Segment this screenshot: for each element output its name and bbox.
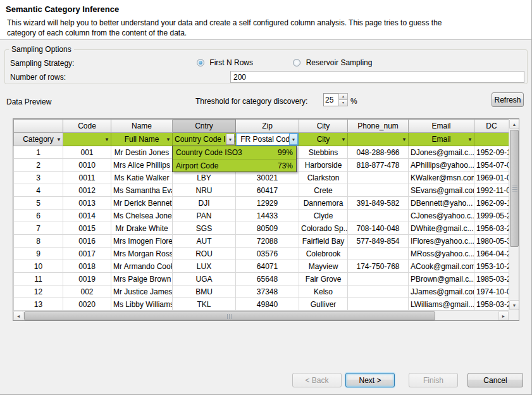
row-number-cell[interactable]: 11 xyxy=(14,273,63,285)
cell-city[interactable]: Harborside xyxy=(299,159,348,172)
column-header-email[interactable]: Email xyxy=(409,120,474,133)
cell-dob[interactable]: 1992-11-05 xyxy=(474,184,509,197)
cell-dob[interactable]: 1954-07-02 xyxy=(474,159,509,172)
row-number-cell[interactable]: 8 xyxy=(14,235,63,248)
cell-email[interactable]: DJones@gmail.c... xyxy=(409,146,474,159)
combo-dropdown-icon[interactable]: ▼ xyxy=(226,134,235,145)
scroll-left-icon[interactable]: ◄ xyxy=(13,311,23,321)
cell-email[interactable]: PBrown@gmail.c... xyxy=(409,273,474,285)
cell-code[interactable]: 0014 xyxy=(63,210,111,222)
horizontal-scrollbar[interactable]: ◄ ► xyxy=(13,310,509,320)
cell-dob[interactable]: 1964-04-25 xyxy=(474,248,509,260)
category-select-city[interactable]: City ▼ xyxy=(299,133,348,146)
cell-dob[interactable]: 1974-10-05 xyxy=(474,285,509,298)
cell-city[interactable]: Kelso xyxy=(299,285,348,298)
refresh-button[interactable]: Refresh xyxy=(492,92,524,107)
cell-phone[interactable] xyxy=(348,184,409,197)
cell-city[interactable]: Gulliver xyxy=(299,298,348,311)
row-number-cell[interactable]: 9 xyxy=(14,248,63,260)
cell-city[interactable]: Crete xyxy=(299,184,348,197)
cell-email[interactable]: APhillips@yahoo... xyxy=(409,159,474,172)
category-row-label-cell[interactable]: Category ▼ xyxy=(14,133,63,146)
cell-code[interactable]: 0017 xyxy=(63,248,111,260)
spinner-down-button[interactable]: ▼ xyxy=(338,100,348,106)
finish-button[interactable]: Finish xyxy=(409,373,458,387)
category-select-phone[interactable]: ▼ xyxy=(348,133,409,146)
cell-zip[interactable]: 30021 xyxy=(236,172,299,184)
cell-email[interactable]: IFlores@yahoo.c... xyxy=(409,235,474,248)
cell-dob[interactable]: 1953-10-20 xyxy=(474,260,509,273)
cell-city[interactable]: Clarkston xyxy=(299,172,348,184)
scroll-right-icon[interactable]: ► xyxy=(498,311,509,321)
cell-zip[interactable]: 80509 xyxy=(236,222,299,235)
cell-cntry[interactable]: PAN xyxy=(173,210,236,222)
cell-phone[interactable] xyxy=(348,172,409,184)
radio-first-n-rows[interactable]: First N Rows xyxy=(197,58,253,67)
cell-name[interactable]: Mrs Imogen Flores xyxy=(111,235,173,248)
cell-name[interactable]: Ms Chelsea Jones xyxy=(111,210,173,222)
combo-dropdown-icon[interactable]: ▼ xyxy=(289,134,298,145)
column-header-dob[interactable]: DC xyxy=(474,120,509,133)
row-number-cell[interactable]: 13 xyxy=(14,298,63,311)
cell-city[interactable]: Fair Grove xyxy=(299,273,348,285)
cancel-button[interactable]: Cancel xyxy=(467,373,523,387)
cell-phone[interactable] xyxy=(348,248,409,260)
cell-cntry[interactable]: DJI xyxy=(173,197,236,210)
cell-cntry[interactable]: LBY xyxy=(173,172,236,184)
cell-phone[interactable]: 174-750-768 xyxy=(348,260,409,273)
cell-zip[interactable]: 03576 xyxy=(236,248,299,260)
row-number-cell[interactable]: 6 xyxy=(14,210,63,222)
cell-name[interactable]: Mr Justice James xyxy=(111,285,173,298)
vertical-scroll-thumb[interactable] xyxy=(510,130,519,247)
cell-city[interactable]: Fairfield Bay xyxy=(299,235,348,248)
cell-name[interactable]: Ms Libby Williams xyxy=(111,298,173,311)
cell-code[interactable]: 0016 xyxy=(63,235,111,248)
cell-phone[interactable] xyxy=(348,210,409,222)
category-select-dob[interactable] xyxy=(474,133,509,146)
row-number-cell[interactable]: 12 xyxy=(14,285,63,298)
cell-email[interactable]: JJames@gmail.com xyxy=(409,285,474,298)
cell-code[interactable]: 0015 xyxy=(63,222,111,235)
row-number-cell[interactable]: 3 xyxy=(14,172,63,184)
cell-phone[interactable]: 391-849-582 xyxy=(348,197,409,210)
cell-email[interactable]: KWalker@msn.com xyxy=(409,172,474,184)
category-select-zip[interactable]: FR Postal Code ▼ xyxy=(236,133,299,146)
cell-email[interactable]: CJones@yahoo.c... xyxy=(409,210,474,222)
cell-code[interactable]: 0020 xyxy=(63,298,111,311)
cell-email[interactable]: DBennett@yaho... xyxy=(409,197,474,210)
spinner-up-button[interactable]: ▲ xyxy=(338,93,348,100)
cell-zip[interactable]: 37348 xyxy=(236,285,299,298)
column-header-phone-num[interactable]: Phone_num xyxy=(348,120,409,133)
cell-code[interactable]: 0013 xyxy=(63,197,111,210)
cell-dob[interactable]: 1952-09-15 xyxy=(474,146,509,159)
cell-email[interactable]: DWhite@gmail.c... xyxy=(409,222,474,235)
cell-code[interactable]: 0018 xyxy=(63,260,111,273)
cell-zip[interactable]: 49840 xyxy=(236,298,299,311)
cell-zip[interactable]: 14433 xyxy=(236,210,299,222)
cell-email[interactable]: ACook@gmail.com xyxy=(409,260,474,273)
scroll-up-icon[interactable]: ▲ xyxy=(509,119,519,129)
cell-name[interactable]: Mrs Morgan Ross xyxy=(111,248,173,260)
column-header-city[interactable]: City xyxy=(299,120,348,133)
cell-name[interactable]: Mr Destin Jones xyxy=(111,146,173,159)
cell-phone[interactable] xyxy=(348,298,409,311)
cell-city[interactable]: Clyde xyxy=(299,210,348,222)
cell-dob[interactable]: 1980-05-31 xyxy=(474,235,509,248)
cell-cntry[interactable]: NRU xyxy=(173,184,236,197)
cell-name[interactable]: Mrs Paige Brown xyxy=(111,273,173,285)
cell-cntry[interactable]: TKL xyxy=(173,298,236,311)
cell-zip[interactable]: 65648 xyxy=(236,273,299,285)
cell-city[interactable]: Stebbins xyxy=(299,146,348,159)
cell-city[interactable]: Dannemora xyxy=(299,197,348,210)
cell-code[interactable]: 001 xyxy=(63,146,111,159)
column-header-code[interactable]: Code xyxy=(63,120,111,133)
cell-dob[interactable]: 1962-09-17 xyxy=(474,197,509,210)
row-number-cell[interactable]: 1 xyxy=(14,146,63,159)
cell-zip[interactable]: 12929 xyxy=(236,197,299,210)
threshold-input[interactable] xyxy=(323,93,338,106)
cell-dob[interactable]: 1999-05-28 xyxy=(474,210,509,222)
cell-zip[interactable]: 60417 xyxy=(236,184,299,197)
cell-code[interactable]: 0011 xyxy=(63,172,111,184)
cell-phone[interactable] xyxy=(348,273,409,285)
back-button[interactable]: < Back xyxy=(292,373,342,387)
